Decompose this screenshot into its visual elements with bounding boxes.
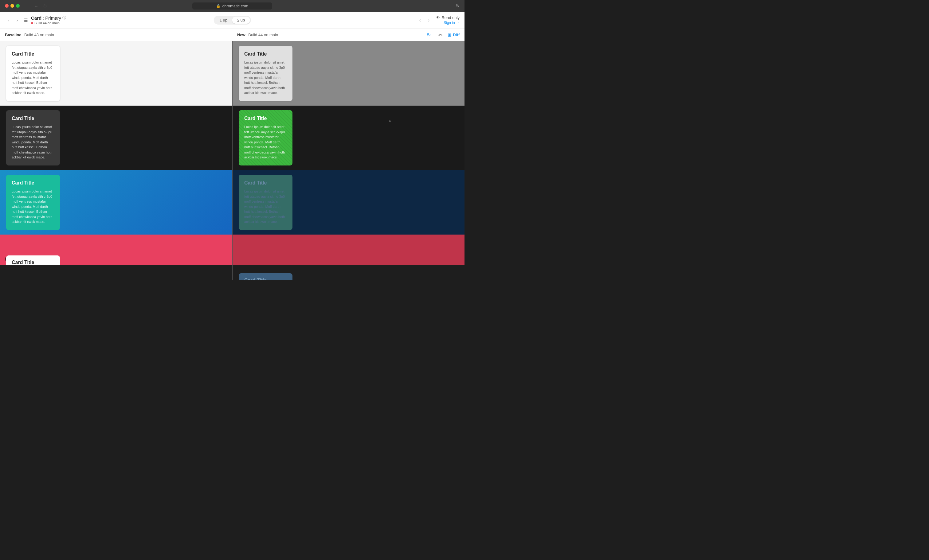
build-status-dot [31, 22, 33, 24]
partial-card-row4: Card Title [6, 256, 60, 268]
minimize-button[interactable] [11, 4, 14, 8]
browser-chrome: ← ⏱ 🔒 chromatic.com ↻ [0, 0, 464, 12]
scissors-icon[interactable]: ✂ [436, 31, 445, 39]
baseline-build-label: Build 43 on main [24, 32, 54, 37]
back-nav-icon[interactable]: ← [34, 3, 38, 9]
maximize-button[interactable] [16, 4, 20, 8]
card-title-dark: Card Title [12, 116, 54, 121]
new-row-4: Card Title [233, 234, 464, 265]
card-muted-teal: Card Title Lucas ipsum dolor sit amet fe… [239, 175, 293, 230]
new-row-2: Card Title Lucas ipsum dolor sit amet fe… [233, 106, 464, 170]
baseline-row-4: ♥ MADE WITH GIFOX Card Title [0, 234, 232, 265]
baseline-label-section: Baseline Build 43 on main [0, 32, 232, 37]
refresh-icon[interactable]: ↻ [456, 3, 460, 9]
story-prev-icon[interactable]: ‹ [5, 17, 12, 24]
comparison-nav: ‹ › [416, 17, 432, 24]
card-title-partial-new: Card Title [244, 277, 287, 280]
card-title-teal: Card Title [12, 180, 54, 186]
build-badge: Build 44 on main [31, 21, 66, 25]
new-type-label: New [237, 32, 245, 37]
cursor-indicator [389, 120, 391, 122]
sign-in-link[interactable]: Sign in → [444, 21, 460, 25]
card-green-patterned: Card Title Lucas ipsum dolor sit amet fe… [239, 110, 293, 165]
app-header: ‹ › ☰ Card : Primary ⓘ Build 44 on main … [0, 12, 464, 29]
diff-button[interactable]: ⊞ Diff [448, 32, 460, 37]
baseline-row-1: Card Title Lucas ipsum dolor sit amet fe… [0, 41, 232, 106]
new-label-section: New Build 44 on main ↻ ✂ ⊞ Diff [232, 31, 464, 39]
new-row-3: Card Title Lucas ipsum dolor sit amet fe… [233, 170, 464, 234]
baseline-row-2: Card Title Lucas ipsum dolor sit amet fe… [0, 106, 232, 170]
card-teal: Card Title Lucas ipsum dolor sit amet fe… [6, 175, 60, 230]
card-title-muted: Card Title [244, 180, 287, 186]
new-build-label: Build 44 on main [248, 32, 278, 37]
traffic-lights [5, 4, 20, 8]
view-toggle: 1 up 2 up [214, 16, 251, 24]
view-2up-btn[interactable]: 2 up [232, 17, 250, 24]
partial-card-new-row4: Card Title [239, 273, 293, 280]
view-1up-btn[interactable]: 1 up [215, 17, 232, 24]
card-gray: Card Title Lucas ipsum dolor sit amet fe… [239, 46, 293, 101]
comparison-next-icon[interactable]: › [425, 17, 432, 24]
story-title: Card : Primary ⓘ [31, 15, 66, 21]
comparison-actions: ↻ ✂ ⊞ Diff [424, 31, 460, 39]
story-nav-arrows: ‹ › [5, 17, 21, 24]
url-text: chromatic.com [222, 4, 248, 8]
url-bar[interactable]: 🔒 chromatic.com [192, 3, 272, 9]
read-only-text: Read only [442, 15, 460, 20]
card-title: Card Title [12, 51, 54, 57]
eye-icon: 👁 [436, 15, 440, 20]
view-toggle-group: 1 up 2 up [214, 16, 251, 24]
title-separator: : [43, 15, 44, 21]
header-right: ‹ › 👁 Read only Sign in → [416, 15, 460, 25]
new-panel: Card Title Lucas ipsum dolor sit amet fe… [233, 41, 464, 280]
new-row-1: Card Title Lucas ipsum dolor sit amet fe… [233, 41, 464, 106]
diff-label: Diff [453, 32, 460, 37]
card-text: Lucas ipsum dolor sit amet fett utapau a… [12, 60, 54, 95]
card-title-green: Card Title [244, 116, 287, 121]
story-next-icon[interactable]: › [14, 17, 21, 24]
story-name: Primary [45, 15, 61, 21]
read-only-section: 👁 Read only Sign in → [436, 15, 460, 25]
header-left: ‹ › ☰ Card : Primary ⓘ Build 44 on main [5, 15, 66, 25]
history-icon[interactable]: ⏱ [43, 4, 47, 9]
comparison-prev-icon[interactable]: ‹ [416, 17, 424, 24]
sync-icon[interactable]: ↻ [424, 31, 433, 39]
build-label: Build 44 on main [34, 21, 60, 25]
card-text-green: Lucas ipsum dolor sit amet fett utapau a… [244, 124, 287, 160]
main-content: Card Title Lucas ipsum dolor sit amet fe… [0, 41, 464, 280]
close-button[interactable] [5, 4, 9, 8]
info-icon[interactable]: ⓘ [62, 15, 66, 21]
card-text-dark: Lucas ipsum dolor sit amet fett utapau a… [12, 124, 54, 160]
card-text-teal: Lucas ipsum dolor sit amet fett utapau a… [12, 189, 54, 225]
read-only-label: 👁 Read only [436, 15, 460, 20]
baseline-panel: Card Title Lucas ipsum dolor sit amet fe… [0, 41, 232, 280]
baseline-type-label: Baseline [5, 32, 21, 37]
new-build-info: New Build 44 on main [237, 32, 278, 37]
baseline-row-3: Card Title Lucas ipsum dolor sit amet fe… [0, 170, 232, 234]
card-title-gray: Card Title [244, 51, 287, 57]
card-text-muted: Lucas ipsum dolor sit amet fett utapau a… [244, 189, 287, 225]
component-name: Card [31, 15, 41, 21]
card-title-partial: Card Title [12, 260, 54, 265]
card-white: Card Title Lucas ipsum dolor sit amet fe… [6, 46, 60, 101]
card-dark: Card Title Lucas ipsum dolor sit amet fe… [6, 110, 60, 165]
comparison-bar: Baseline Build 43 on main New Build 44 o… [0, 29, 464, 41]
diff-icon: ⊞ [448, 32, 451, 37]
sidebar-toggle-icon[interactable]: ☰ [24, 18, 28, 23]
card-text-gray: Lucas ipsum dolor sit amet fett utapau a… [244, 60, 287, 95]
lock-icon: 🔒 [216, 4, 221, 8]
